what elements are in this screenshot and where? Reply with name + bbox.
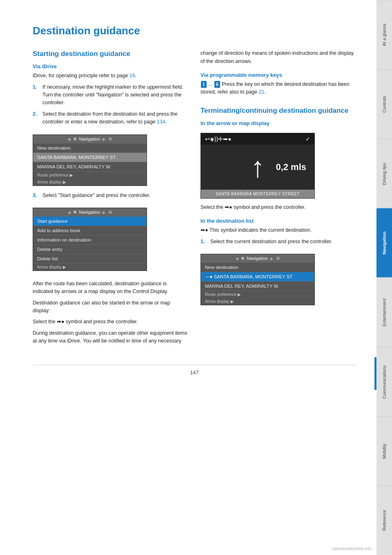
nav-screen-3: ◀ ✖ Navigation ▶ ⚙ New destination ↔● SA… <box>200 254 315 305</box>
screen1-row-1: SANTA BARBARA, MONTERREY ST <box>33 153 147 162</box>
screen1-footer-1: Arrow display ▶ <box>33 179 147 186</box>
screen2-row-0: Start guidance <box>33 217 147 226</box>
screen3-row-1: ↔● SANTA BARBARA, MONTERREY ST <box>201 272 314 282</box>
screen2-footer-0: Arrow display ▶ <box>33 264 147 271</box>
nav-screen-1: ◀ ✖ Navigation ▶ ⚙ New destination SANTA… <box>33 134 147 186</box>
screen3-row-2: MARINA DEL REY, ADMIRALTY W. <box>201 282 314 291</box>
steps-list-1: 1. If necessary, move the highlight mark… <box>33 83 188 126</box>
arrow-top-bar: ↩ ◈)) ✛ ➡● ✓ <box>201 133 314 145</box>
memory-key-2: 6 <box>214 81 220 88</box>
sidebar-tab-controls[interactable]: Controls <box>376 69 392 139</box>
screen2-row-3: Delete entry <box>33 245 147 254</box>
menu-icon: ✛ <box>218 136 223 142</box>
left-column: Starting destination guidance Via iDrive… <box>33 49 188 348</box>
step-2: 2. Select the destination from the desti… <box>33 110 188 126</box>
nav-symbol-icon: ➡● <box>223 136 231 142</box>
steps-list-2: 3. Select "Start guidance" and press the… <box>33 192 188 199</box>
arrow-main-display: ↑ 0,2 mls <box>201 145 314 190</box>
select-symbol-right-text: Select the ➡● symbol and press the contr… <box>200 204 356 211</box>
nav-screen-2-wrapper: ◀ ✖ Navigation ▶ ⚙ Start guidance Add to… <box>33 204 147 277</box>
after-route-text: After the route has been calculated, des… <box>33 280 188 296</box>
page-number: 147 <box>190 369 199 376</box>
starting-section-title: Starting destination guidance <box>33 49 188 58</box>
screen3-row-0: New destination <box>201 263 314 272</box>
check-icon: ✓ <box>305 136 310 142</box>
back-icon: ↩ <box>205 136 210 142</box>
screen1-row-0: New destination <box>33 143 147 153</box>
symbol-description: ➡● This symbol indicates the current des… <box>200 226 356 234</box>
page-title: Destination guidance <box>33 25 356 37</box>
in-dest-list-subtitle: In the destination list <box>200 218 356 224</box>
sidebar-tab-reference[interactable]: Reference <box>376 486 392 555</box>
street-name-bar: SANTA BARBARA MONTERREY STREET <box>201 190 314 198</box>
page-footer: 147 <box>33 365 356 376</box>
nav-screen-2: ◀ ✖ Navigation ▶ ⚙ Start guidance Add to… <box>33 208 147 271</box>
arrow-screen-wrapper: ↩ ◈)) ✛ ➡● ✓ ↑ 0,2 mls SANTA BARBARA MON… <box>200 129 315 204</box>
nav-screen-1-wrapper: ◀ ✖ Navigation ▶ ⚙ New destination SANTA… <box>33 130 147 192</box>
step-3: 3. Select "Start guidance" and press the… <box>33 192 188 199</box>
select-symbol-text: Select the ➡● symbol and press the contr… <box>33 318 188 326</box>
idrive-intro: iDrive, for operating principle refer to… <box>33 72 188 80</box>
nav-screen-3-header: ◀ ✖ Navigation ▶ ⚙ <box>201 254 314 263</box>
nav-screen-2-header: ◀ ✖ Navigation ▶ ⚙ <box>33 208 147 217</box>
step-1: 1. If necessary, move the highlight mark… <box>33 83 188 107</box>
screen2-row-1: Add to address book <box>33 226 147 235</box>
sidebar-tab-driving-tips[interactable]: Driving tips <box>376 139 392 208</box>
nav-screen-1-header: ◀ ✖ Navigation ▶ ⚙ <box>33 135 147 143</box>
during-guidance-text: During destination guidance, you can ope… <box>33 329 188 345</box>
memory-key-1: 1 <box>201 81 207 88</box>
screen2-row-2: Information on destination <box>33 235 147 245</box>
sidebar-tab-at-a-glance[interactable]: At a glance <box>376 0 392 69</box>
dest-step-1: 1. Select the current destination and pr… <box>200 238 356 246</box>
sidebar-tab-entertainment[interactable]: Entertainment <box>376 278 392 347</box>
nav-screen-3-wrapper: ◀ ✖ Navigation ▶ ⚙ New destination ↔● SA… <box>200 250 315 311</box>
right-column: change of direction by means of spoken i… <box>200 49 356 348</box>
via-idrive-subtitle: Via iDrive <box>33 63 188 69</box>
dest-list-steps: 1. Select the current destination and pr… <box>200 238 356 246</box>
sidebar-tab-navigation[interactable]: Navigation <box>376 208 392 278</box>
in-arrow-display-subtitle: In the arrow or map display <box>200 120 356 126</box>
sidebar-tab-mobility[interactable]: Mobility <box>376 416 392 486</box>
screen3-footer-1: Arrow display ▶ <box>201 298 314 305</box>
screen2-row-4: Delete list <box>33 254 147 264</box>
terminating-section-title: Terminating/continuing destination guida… <box>200 106 356 115</box>
watermark: carmanualsonline.info <box>332 546 372 551</box>
arrow-display-screen: ↩ ◈)) ✛ ➡● ✓ ↑ 0,2 mls SANTA BARBARA MON… <box>200 133 315 199</box>
direction-arrow: ↑ <box>251 153 265 181</box>
programmable-keys-text: 1 ... 6 Press the key on which the desir… <box>200 81 356 96</box>
sidebar: At a glance Controls Driving tips Naviga… <box>376 0 392 555</box>
audio-icon: ◈)) <box>210 136 218 142</box>
distance-display: 0,2 mls <box>276 162 306 172</box>
screen1-row-2: MARINA DEL REY, ADMIRALTY W. <box>33 162 147 172</box>
screen1-footer-0: Route preference ▶ <box>33 172 147 179</box>
also-started-text: Destination guidance can also be started… <box>33 299 188 315</box>
via-programmable-subtitle: Via programmable memory keys <box>200 72 356 78</box>
sidebar-tab-communications[interactable]: Communications <box>376 347 392 416</box>
change-direction-text: change of direction by means of spoken i… <box>200 49 356 65</box>
screen3-footer-0: Route preference ▶ <box>201 291 314 298</box>
